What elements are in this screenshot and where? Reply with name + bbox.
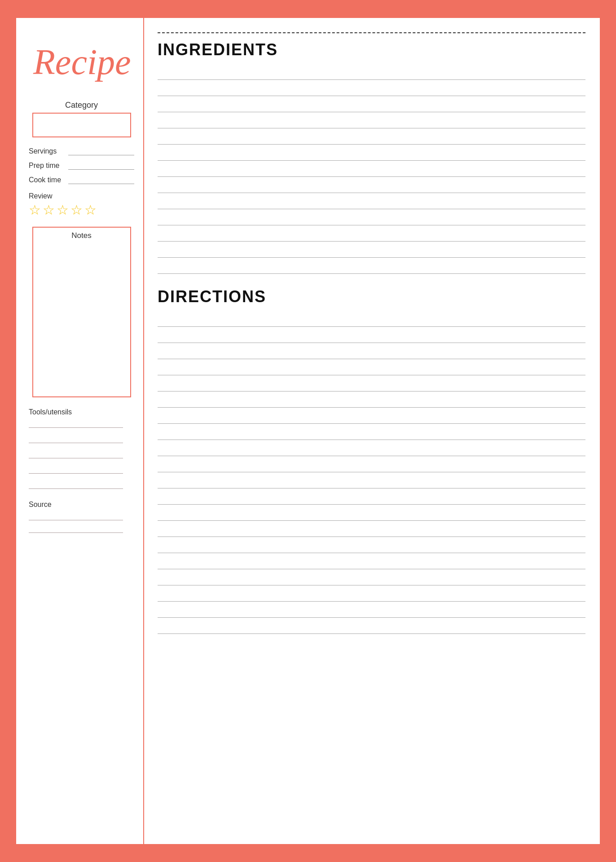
direction-line-18[interactable] [158, 585, 585, 602]
directions-section: DIRECTIONS [158, 287, 585, 634]
right-column: INGREDIENTS DIRECTIONS [144, 18, 600, 844]
servings-label: Servings [29, 147, 65, 155]
ingredient-line-8[interactable] [158, 177, 585, 193]
ingredient-line-5[interactable] [158, 128, 585, 145]
tools-lines [29, 420, 134, 489]
star-1[interactable]: ☆ [29, 202, 41, 218]
ingredient-line-4[interactable] [158, 112, 585, 128]
review-label: Review [29, 192, 134, 200]
star-2[interactable]: ☆ [43, 202, 55, 218]
prep-time-input[interactable] [68, 162, 134, 170]
star-rating[interactable]: ☆ ☆ ☆ ☆ ☆ [29, 202, 134, 218]
prep-time-label: Prep time [29, 162, 65, 170]
directions-lines [158, 311, 585, 634]
recipe-title: Recipe [29, 31, 134, 92]
tools-line-4[interactable] [29, 466, 123, 474]
direction-line-12[interactable] [158, 488, 585, 505]
category-label: Category [29, 101, 134, 110]
direction-line-4[interactable] [158, 359, 585, 375]
ingredient-line-6[interactable] [158, 145, 585, 161]
ingredient-line-1[interactable] [158, 64, 585, 80]
direction-line-1[interactable] [158, 311, 585, 327]
direction-line-6[interactable] [158, 391, 585, 408]
dashed-divider [158, 32, 585, 33]
star-5[interactable]: ☆ [84, 202, 97, 218]
ingredient-line-12[interactable] [158, 242, 585, 258]
ingredient-line-3[interactable] [158, 96, 585, 112]
direction-line-13[interactable] [158, 505, 585, 521]
ingredients-lines [158, 64, 585, 274]
left-column: Recipe Category Servings Prep time Cook … [16, 18, 144, 844]
category-box[interactable] [32, 113, 131, 137]
direction-line-8[interactable] [158, 424, 585, 440]
tools-line-5[interactable] [29, 481, 123, 489]
notes-label: Notes [33, 228, 130, 240]
direction-line-11[interactable] [158, 472, 585, 488]
direction-line-14[interactable] [158, 521, 585, 537]
star-3[interactable]: ☆ [57, 202, 69, 218]
direction-line-10[interactable] [158, 456, 585, 472]
ingredient-line-11[interactable] [158, 225, 585, 242]
cook-time-row: Cook time [29, 176, 134, 184]
direction-line-2[interactable] [158, 327, 585, 343]
cook-time-input[interactable] [68, 176, 134, 184]
direction-line-19[interactable] [158, 602, 585, 618]
svg-text:Recipe: Recipe [33, 42, 131, 82]
direction-line-20[interactable] [158, 618, 585, 634]
direction-line-3[interactable] [158, 343, 585, 359]
tools-line-2[interactable] [29, 435, 123, 443]
ingredient-line-9[interactable] [158, 193, 585, 209]
direction-line-5[interactable] [158, 375, 585, 391]
source-line-1[interactable] [29, 512, 123, 520]
ingredient-line-13[interactable] [158, 258, 585, 274]
directions-title: DIRECTIONS [158, 287, 585, 306]
review-section: Review ☆ ☆ ☆ ☆ ☆ [29, 192, 134, 218]
ingredient-line-2[interactable] [158, 80, 585, 96]
source-line-2[interactable] [29, 525, 123, 533]
source-label: Source [29, 501, 134, 509]
tools-label: Tools/utensils [29, 408, 134, 416]
tools-line-1[interactable] [29, 420, 123, 428]
recipe-page: Recipe Category Servings Prep time Cook … [16, 18, 600, 844]
star-4[interactable]: ☆ [70, 202, 83, 218]
prep-time-row: Prep time [29, 162, 134, 170]
direction-line-17[interactable] [158, 569, 585, 585]
servings-input[interactable] [68, 147, 134, 155]
direction-line-9[interactable] [158, 440, 585, 456]
direction-line-16[interactable] [158, 553, 585, 569]
ingredients-title: INGREDIENTS [158, 40, 585, 59]
direction-line-7[interactable] [158, 408, 585, 424]
tools-line-3[interactable] [29, 450, 123, 458]
direction-line-15[interactable] [158, 537, 585, 553]
cook-time-label: Cook time [29, 176, 65, 184]
notes-box[interactable]: Notes [32, 227, 131, 397]
ingredient-line-10[interactable] [158, 209, 585, 225]
servings-row: Servings [29, 147, 134, 155]
ingredient-line-7[interactable] [158, 161, 585, 177]
